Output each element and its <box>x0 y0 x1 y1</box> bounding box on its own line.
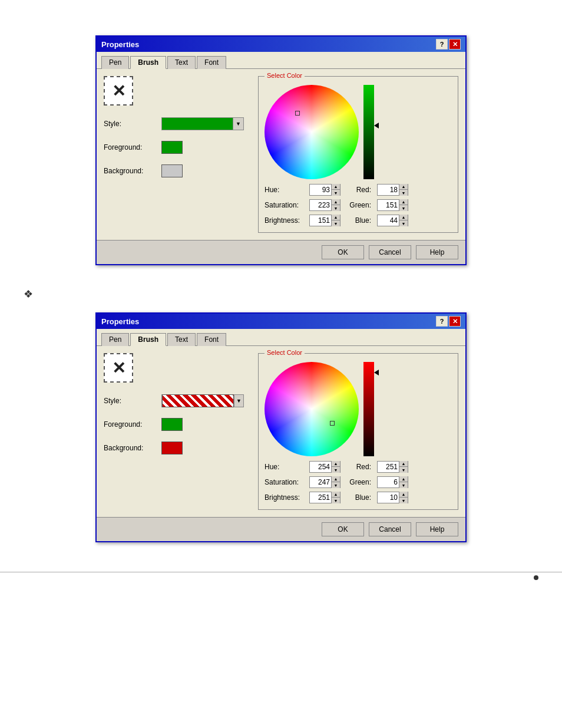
bri-up-2[interactable]: ▲ <box>332 492 340 498</box>
ok-button-2[interactable]: OK <box>322 522 364 536</box>
color-wheel-container-2[interactable] <box>265 362 359 456</box>
cancel-button-2[interactable]: Cancel <box>369 522 411 536</box>
properties-dialog-1: Properties ? ✕ Pen Brush Text Font ✕ Sty… <box>95 35 467 265</box>
page-container: Properties ? ✕ Pen Brush Text Font ✕ Sty… <box>0 0 562 728</box>
blue-up-1[interactable]: ▲ <box>399 215 408 220</box>
left-panel-2: ✕ Style: ▼ Foreground: Background: <box>104 353 251 510</box>
blue-down-2[interactable]: ▼ <box>399 498 408 503</box>
blue-spinner-2[interactable]: ▲ ▼ <box>377 492 408 503</box>
saturation-spinner-2[interactable]: ▲ ▼ <box>309 476 340 488</box>
brightness-label-1: Brightness: <box>265 216 306 225</box>
blue-spinner-1[interactable]: ▲ ▼ <box>377 215 408 226</box>
hue-input-2[interactable] <box>310 463 331 471</box>
red-spinner-2[interactable]: ▲ ▼ <box>377 461 408 473</box>
help-button-2[interactable]: ? <box>436 316 448 327</box>
tab-brush-1[interactable]: Brush <box>130 56 166 69</box>
background-swatch-2[interactable] <box>161 442 183 454</box>
close-button-1[interactable]: ✕ <box>449 39 461 50</box>
red-spinner-1[interactable]: ▲ ▼ <box>377 184 408 196</box>
tab-pen-1[interactable]: Pen <box>101 56 129 69</box>
brightness-spinner-2[interactable]: ▲ ▼ <box>309 492 340 503</box>
red-input-1[interactable] <box>378 186 399 194</box>
dialog-body-2: ✕ Style: ▼ Foreground: Background: <box>97 346 465 517</box>
brightness-row-2: Brightness: ▲ ▼ Blue: ▲ <box>265 492 452 503</box>
green-spinner-1[interactable]: ▲ ▼ <box>377 199 408 211</box>
select-color-legend-2: Select Color <box>265 349 305 356</box>
background-label-2: Background: <box>104 444 157 452</box>
brightness-bar-container-1[interactable] <box>363 85 376 179</box>
sat-up-2[interactable]: ▲ <box>332 476 340 482</box>
background-swatch-1[interactable] <box>161 164 183 177</box>
green-input-2[interactable] <box>378 478 399 486</box>
red-down-1[interactable]: ▼ <box>399 190 408 196</box>
green-spinner-2[interactable]: ▲ ▼ <box>377 476 408 488</box>
brush-preview-1: ✕ <box>104 76 133 106</box>
style-dropdown-arrow-2[interactable]: ▼ <box>234 395 243 407</box>
style-dropdown-arrow-1[interactable]: ▼ <box>233 118 243 130</box>
red-input-2[interactable] <box>378 463 399 471</box>
bri-up-1[interactable]: ▲ <box>332 215 340 220</box>
hue-spinner-1[interactable]: ▲ ▼ <box>309 184 340 196</box>
style-dropdown-1[interactable]: ▼ <box>161 117 244 130</box>
green-down-1[interactable]: ▼ <box>399 205 408 211</box>
green-input-1[interactable] <box>378 201 399 209</box>
select-color-legend-1: Select Color <box>265 72 305 79</box>
bri-down-1[interactable]: ▼ <box>332 220 340 226</box>
help-footer-button-2[interactable]: Help <box>416 522 458 536</box>
sat-up-1[interactable]: ▲ <box>332 199 340 205</box>
bri-down-2[interactable]: ▼ <box>332 498 340 503</box>
saturation-label-2: Saturation: <box>265 478 306 486</box>
hue-up-2[interactable]: ▲ <box>332 461 340 467</box>
brightness-input-1[interactable] <box>310 216 331 225</box>
hue-spinner-2[interactable]: ▲ ▼ <box>309 461 340 473</box>
help-button-1[interactable]: ? <box>436 39 448 50</box>
close-button-2[interactable]: ✕ <box>449 316 461 327</box>
hue-down-1[interactable]: ▼ <box>332 190 340 196</box>
saturation-input-1[interactable] <box>310 201 331 209</box>
brightness-indicator-2 <box>374 370 379 375</box>
ok-button-1[interactable]: OK <box>322 245 364 259</box>
hue-down-2[interactable]: ▼ <box>332 467 340 473</box>
tab-font-2[interactable]: Font <box>197 333 226 346</box>
style-hatched-2 <box>162 394 234 407</box>
tab-text-1[interactable]: Text <box>167 56 196 69</box>
help-footer-button-1[interactable]: Help <box>416 245 458 259</box>
green-down-2[interactable]: ▼ <box>399 482 408 488</box>
red-up-2[interactable]: ▲ <box>399 461 408 467</box>
green-up-1[interactable]: ▲ <box>399 199 408 205</box>
style-dropdown-2[interactable]: ▼ <box>161 394 244 407</box>
titlebar-2: Properties ? ✕ <box>97 314 465 329</box>
saturation-label-1: Saturation: <box>265 201 306 209</box>
red-down-2[interactable]: ▼ <box>399 467 408 473</box>
tab-brush-2[interactable]: Brush <box>130 333 166 346</box>
foreground-swatch-2[interactable] <box>161 418 183 431</box>
blue-label-1: Blue: <box>344 216 373 225</box>
style-row-2: Style: ▼ <box>104 394 251 407</box>
titlebar-buttons-2: ? ✕ <box>436 316 461 327</box>
style-label-2: Style: <box>104 397 157 405</box>
color-wheel-indicator-1 <box>295 111 300 116</box>
red-up-1[interactable]: ▲ <box>399 184 408 190</box>
dialog-body-1: ✕ Style: ▼ Foreground: Background: <box>97 69 465 240</box>
brightness-spinner-1[interactable]: ▲ ▼ <box>309 215 340 226</box>
brightness-bar-2 <box>363 362 374 456</box>
brightness-input-2[interactable] <box>310 493 331 502</box>
hue-input-1[interactable] <box>310 186 331 194</box>
brightness-bar-container-2[interactable] <box>363 362 376 456</box>
foreground-swatch-1[interactable] <box>161 141 183 154</box>
tab-pen-2[interactable]: Pen <box>101 333 129 346</box>
hue-up-1[interactable]: ▲ <box>332 184 340 190</box>
sat-down-2[interactable]: ▼ <box>332 482 340 488</box>
tab-font-1[interactable]: Font <box>197 56 226 69</box>
cancel-button-1[interactable]: Cancel <box>369 245 411 259</box>
saturation-spinner-1[interactable]: ▲ ▼ <box>309 199 340 211</box>
sat-down-1[interactable]: ▼ <box>332 205 340 211</box>
blue-input-1[interactable] <box>378 216 399 225</box>
blue-down-1[interactable]: ▼ <box>399 220 408 226</box>
tab-text-2[interactable]: Text <box>167 333 196 346</box>
blue-input-2[interactable] <box>378 493 399 502</box>
green-up-2[interactable]: ▲ <box>399 476 408 482</box>
color-wheel-container-1[interactable] <box>265 85 359 179</box>
blue-up-2[interactable]: ▲ <box>399 492 408 498</box>
saturation-input-2[interactable] <box>310 478 331 486</box>
